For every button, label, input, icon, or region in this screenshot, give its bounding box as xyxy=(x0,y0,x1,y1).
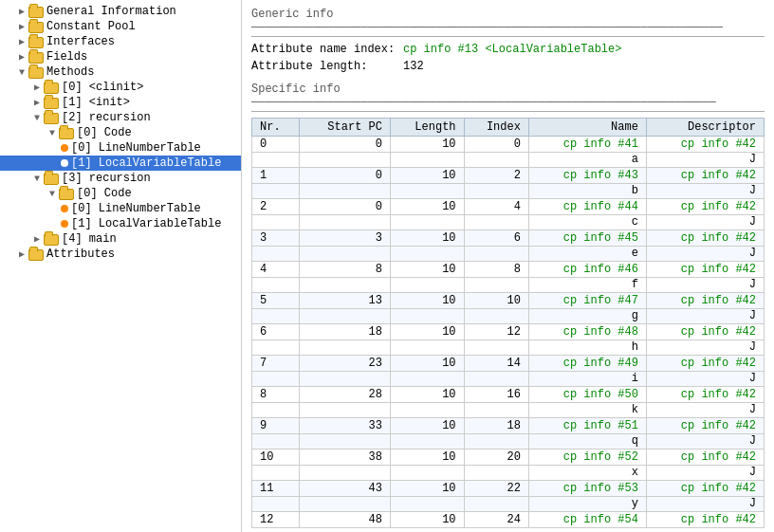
cell-nr: 4 xyxy=(252,262,300,278)
cp-info-13-link[interactable]: cp info #13 xyxy=(403,43,478,56)
cell-name-link[interactable]: cp info #46 xyxy=(528,262,646,278)
cell-name-link[interactable]: cp info #53 xyxy=(528,481,646,497)
tree-item-recursion3[interactable]: ▼ [3] recursion xyxy=(0,171,241,186)
expand-icon: ▶ xyxy=(15,248,28,260)
cell-index-sub xyxy=(464,309,528,324)
tree-item-interfaces[interactable]: ▶ Interfaces xyxy=(0,34,241,49)
cell-desc-sub: J xyxy=(646,497,764,512)
cell-nr-sub xyxy=(252,403,300,418)
cell-desc-link[interactable]: cp info #42 xyxy=(646,262,764,278)
tree-label: [1] <init> xyxy=(62,96,130,109)
table-row: 1 0 10 2 cp info #43 cp info #42 xyxy=(252,168,765,184)
cell-name-sub: k xyxy=(528,403,646,418)
attribute-name-value[interactable]: cp info #13 <LocalVariableTable> xyxy=(403,43,621,56)
cell-nr: 1 xyxy=(252,168,300,184)
tree-item-fields[interactable]: ▶ Fields xyxy=(0,49,241,64)
tree-item-attributes[interactable]: ▶ Attributes xyxy=(0,247,241,262)
tree-item-linenumber0[interactable]: [0] LineNumberTable xyxy=(0,140,241,156)
cell-nr: 9 xyxy=(252,418,300,434)
left-panel: ▶ General Information ▶ Constant Pool ▶ … xyxy=(0,0,242,532)
cell-length: 10 xyxy=(390,262,464,278)
table-subrow: e J xyxy=(252,247,765,262)
cell-nr-sub xyxy=(252,497,300,512)
dot-icon xyxy=(61,220,68,228)
cell-nr-sub xyxy=(252,247,300,262)
table-subrow: a J xyxy=(252,153,765,168)
cell-name-link[interactable]: cp info #48 xyxy=(528,324,646,340)
expand-icon: ▶ xyxy=(15,21,28,32)
tree-item-code0[interactable]: ▼ [0] Code xyxy=(0,125,241,140)
cell-start-pc: 8 xyxy=(299,262,390,278)
expand-icon: ▶ xyxy=(30,233,44,245)
tree-item-constant-pool[interactable]: ▶ Constant Pool xyxy=(0,19,241,34)
col-name: Name xyxy=(528,119,646,137)
cell-length-sub xyxy=(390,466,464,481)
tree-item-methods[interactable]: ▼ Methods xyxy=(0,64,241,80)
cell-desc-link[interactable]: cp info #42 xyxy=(646,387,764,403)
cell-name-link[interactable]: cp info #54 xyxy=(528,512,646,528)
cell-start-pc: 3 xyxy=(299,230,390,247)
cell-start-pc: 0 xyxy=(299,168,390,184)
cell-name-sub: i xyxy=(528,372,646,387)
table-row: 2 0 10 4 cp info #44 cp info #42 xyxy=(252,199,765,215)
cell-desc-sub: J xyxy=(646,372,764,387)
tree-item-init[interactable]: ▶ [1] <init> xyxy=(0,95,241,110)
tree-label: [0] Code xyxy=(77,126,132,139)
col-start-pc: Start PC xyxy=(299,119,390,137)
cell-name-link[interactable]: cp info #43 xyxy=(528,168,646,184)
cell-desc-link[interactable]: cp info #42 xyxy=(646,137,764,153)
tree-item-localvariable1[interactable]: [1] LocalVariableTable xyxy=(0,156,241,171)
cell-desc-link[interactable]: cp info #42 xyxy=(646,230,764,247)
tree-label: [1] LocalVariableTable xyxy=(71,217,221,230)
tree-item-linenumber1[interactable]: [0] LineNumberTable xyxy=(0,201,241,216)
table-row: 8 28 10 16 cp info #50 cp info #42 xyxy=(252,387,765,403)
cell-start-pc-sub xyxy=(299,340,390,356)
tree-item-clinit[interactable]: ▶ [0] <clinit> xyxy=(0,80,241,95)
tree-item-code1[interactable]: ▼ [0] Code xyxy=(0,186,241,201)
cell-name-link[interactable]: cp info #44 xyxy=(528,199,646,215)
cell-name-link[interactable]: cp info #50 xyxy=(528,387,646,403)
cell-length: 10 xyxy=(390,481,464,497)
cell-name-link[interactable]: cp info #41 xyxy=(528,137,646,153)
tree-item-recursion2[interactable]: ▼ [2] recursion xyxy=(0,110,241,125)
cell-desc-link[interactable]: cp info #42 xyxy=(646,356,764,372)
specific-info-table: Nr. Start PC Length Index Name Descripto… xyxy=(251,118,765,528)
cell-nr: 6 xyxy=(252,324,300,340)
cell-desc-link[interactable]: cp info #42 xyxy=(646,199,764,215)
cell-length: 10 xyxy=(390,418,464,434)
cell-index: 0 xyxy=(464,137,528,153)
cell-name-link[interactable]: cp info #49 xyxy=(528,356,646,372)
folder-icon xyxy=(44,113,59,124)
cell-start-pc: 43 xyxy=(299,481,390,497)
cell-name-link[interactable]: cp info #47 xyxy=(528,293,646,309)
cell-length-sub xyxy=(390,153,464,168)
cell-desc-sub: J xyxy=(646,184,764,199)
cell-nr-sub xyxy=(252,466,300,481)
cell-desc-link[interactable]: cp info #42 xyxy=(646,324,764,340)
cell-start-pc-sub xyxy=(299,247,390,262)
cell-index: 22 xyxy=(464,481,528,497)
tree-label: [1] LocalVariableTable xyxy=(71,156,221,170)
tree-item-localvariable2[interactable]: [1] LocalVariableTable xyxy=(0,216,241,231)
cell-desc-link[interactable]: cp info #42 xyxy=(646,418,764,434)
table-row: 10 38 10 20 cp info #52 cp info #42 xyxy=(252,449,765,466)
cell-desc-link[interactable]: cp info #42 xyxy=(646,512,764,528)
tree-item-general-info[interactable]: ▶ General Information xyxy=(0,4,241,19)
tree-item-main[interactable]: ▶ [4] main xyxy=(0,231,241,247)
cell-desc-link[interactable]: cp info #42 xyxy=(646,481,764,497)
cell-name-sub: f xyxy=(528,278,646,293)
cell-name-link[interactable]: cp info #51 xyxy=(528,418,646,434)
cell-name-link[interactable]: cp info #45 xyxy=(528,230,646,247)
cell-desc-link[interactable]: cp info #42 xyxy=(646,293,764,309)
generic-info-section: Generic info ───────────────────────────… xyxy=(251,8,765,73)
table-row: 3 3 10 6 cp info #45 cp info #42 xyxy=(252,230,765,247)
cell-start-pc-sub xyxy=(299,153,390,168)
cell-desc-link[interactable]: cp info #42 xyxy=(646,449,764,466)
cell-desc-link[interactable]: cp info #42 xyxy=(646,168,764,184)
cell-name-sub: q xyxy=(528,434,646,449)
cell-length-sub xyxy=(390,372,464,387)
cell-name-link[interactable]: cp info #52 xyxy=(528,449,646,466)
cell-index-sub xyxy=(464,340,528,356)
cell-nr: 7 xyxy=(252,356,300,372)
cell-nr: 8 xyxy=(252,387,300,403)
